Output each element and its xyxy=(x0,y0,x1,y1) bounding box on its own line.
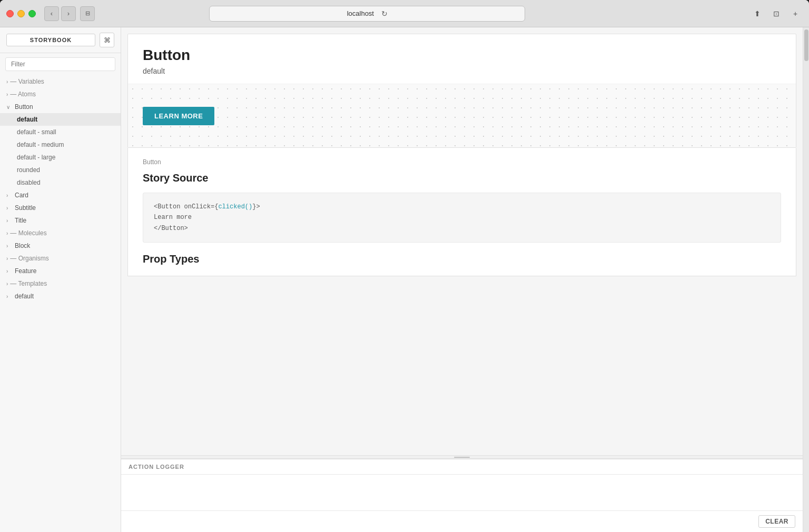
filter-input[interactable] xyxy=(5,57,115,71)
chevron-right-icon: › xyxy=(6,218,12,224)
main-content: Button default LEARN MORE Button Story S… xyxy=(121,27,803,532)
sidebar-item-title[interactable]: › Title xyxy=(0,214,121,227)
sidebar-item-default-large[interactable]: default - large xyxy=(0,151,121,164)
drag-handle-line xyxy=(454,457,470,458)
story-source-title: Story Source xyxy=(143,172,781,184)
sidebar-item-rounded[interactable]: rounded xyxy=(0,164,121,176)
chevron-right-icon: › xyxy=(6,79,8,85)
chevron-right-icon: › xyxy=(6,92,8,97)
sidebar-header: STORYBOOK ⌘ xyxy=(0,27,121,53)
chevron-right-icon: › xyxy=(6,205,12,211)
sidebar-navigation: › — Variables › — Atoms ∨ Button default xyxy=(0,75,121,532)
content-area: Button default LEARN MORE Button Story S… xyxy=(121,27,809,532)
code-tag-closing: </Button> xyxy=(154,225,188,232)
story-subtitle-text: default xyxy=(143,67,781,75)
browser-titlebar: ‹ › ⊟ localhost ↻ ⬆ ⊡ + xyxy=(0,0,809,27)
story-header: Button default xyxy=(128,34,796,84)
back-button[interactable]: ‹ xyxy=(44,6,59,21)
sidebar-item-default2[interactable]: › default xyxy=(0,290,121,303)
reader-icon[interactable]: ⊡ xyxy=(769,6,784,21)
chevron-right-icon: › xyxy=(6,256,8,262)
sidebar-item-button[interactable]: ∨ Button xyxy=(0,101,121,113)
sidebar-item-atoms[interactable]: › — Atoms xyxy=(0,88,121,101)
action-logger-footer: CLEAR xyxy=(121,510,803,532)
sidebar-item-variables[interactable]: › — Variables xyxy=(0,75,121,88)
close-button[interactable] xyxy=(6,10,14,17)
story-preview: Button default LEARN MORE xyxy=(127,34,796,148)
chevron-down-icon: ∨ xyxy=(6,104,12,110)
tab-button[interactable]: ⊟ xyxy=(80,6,95,21)
code-block: <Button onClick={clicked()}> Learn more … xyxy=(143,193,781,243)
story-canvas: LEARN MORE xyxy=(128,84,796,147)
chevron-right-icon: › xyxy=(6,294,12,299)
sidebar-item-disabled[interactable]: disabled xyxy=(0,176,121,189)
sidebar-item-molecules[interactable]: › — Molecules xyxy=(0,227,121,239)
action-logger-header: ACTION LOGGER xyxy=(121,459,803,475)
sidebar-menu-icon[interactable]: ⌘ xyxy=(100,33,114,47)
story-source-section: Button Story Source <Button onClick={cli… xyxy=(127,148,796,276)
sidebar-item-block[interactable]: › Block xyxy=(0,239,121,252)
address-bar[interactable]: localhost ↻ xyxy=(209,6,525,22)
chevron-right-icon: › xyxy=(6,230,8,236)
minimize-button[interactable] xyxy=(17,10,25,17)
code-line-1: <Button onClick={clicked()}> xyxy=(154,202,770,212)
story-area: Button default LEARN MORE Button Story S… xyxy=(121,27,803,455)
sidebar-item-card[interactable]: › Card xyxy=(0,189,121,202)
sidebar-item-subtitle[interactable]: › Subtitle xyxy=(0,202,121,214)
code-highlight: clicked() xyxy=(218,203,252,210)
chevron-right-icon: › xyxy=(6,268,12,274)
sidebar-item-feature[interactable]: › Feature xyxy=(0,265,121,277)
sidebar: STORYBOOK ⌘ › — Variables › — Atoms ∨ xyxy=(0,27,121,532)
url-text: localhost xyxy=(347,9,374,17)
storybook-button[interactable]: STORYBOOK xyxy=(6,34,95,46)
forward-button[interactable]: › xyxy=(61,6,76,21)
code-line-3: </Button> xyxy=(154,223,770,234)
story-title: Button xyxy=(143,47,781,64)
scrollbar-thumb[interactable] xyxy=(804,29,808,61)
traffic-lights xyxy=(6,10,36,17)
code-tag-open: <Button onClick={ xyxy=(154,203,218,210)
share-icon[interactable]: ⬆ xyxy=(750,6,765,21)
maximize-button[interactable] xyxy=(28,10,36,17)
story-breadcrumb: Button xyxy=(143,158,781,166)
nav-buttons: ‹ › xyxy=(44,6,76,21)
action-logger-body xyxy=(121,475,803,510)
sidebar-item-organisms[interactable]: › — Organisms xyxy=(0,252,121,265)
scrollbar-track[interactable] xyxy=(803,27,809,532)
action-logger-label: ACTION LOGGER xyxy=(129,464,184,470)
sidebar-item-templates[interactable]: › — Templates xyxy=(0,277,121,290)
learn-more-button[interactable]: LEARN MORE xyxy=(143,107,214,125)
prop-types-title: Prop Types xyxy=(143,253,781,265)
chevron-right-icon: › xyxy=(6,281,8,287)
add-tab-icon[interactable]: + xyxy=(788,6,803,21)
code-text-content: Learn more xyxy=(154,214,192,221)
reload-icon[interactable]: ↻ xyxy=(381,9,388,18)
code-line-2: Learn more xyxy=(154,212,770,223)
browser-body: STORYBOOK ⌘ › — Variables › — Atoms ∨ xyxy=(0,27,809,532)
sidebar-item-default[interactable]: default xyxy=(0,113,121,126)
toolbar-right: ⬆ ⊡ + xyxy=(750,6,803,21)
browser-window: ‹ › ⊟ localhost ↻ ⬆ ⊡ + STORYBOOK ⌘ › xyxy=(0,0,809,532)
sidebar-item-default-small[interactable]: default - small xyxy=(0,126,121,138)
action-logger: ACTION LOGGER CLEAR xyxy=(121,458,803,532)
chevron-right-icon: › xyxy=(6,193,12,198)
clear-button[interactable]: CLEAR xyxy=(758,515,795,528)
code-tag-close: }> xyxy=(252,203,260,210)
chevron-right-icon: › xyxy=(6,243,12,249)
sidebar-item-default-medium[interactable]: default - medium xyxy=(0,138,121,151)
